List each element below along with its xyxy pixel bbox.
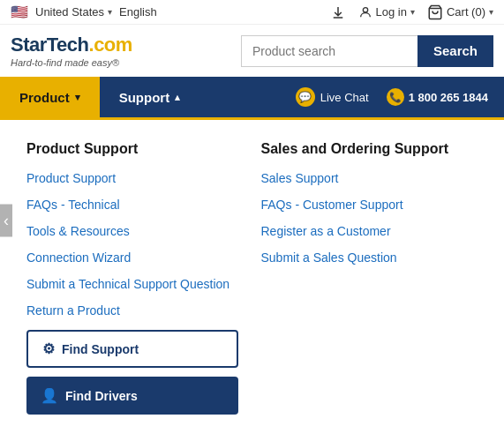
country-label: United States — [35, 5, 104, 19]
left-arrow-button[interactable]: ‹ — [0, 205, 12, 237]
product-chevron-icon: ▾ — [75, 92, 80, 103]
download-icon-link[interactable] — [330, 4, 346, 20]
link-submit-technical[interactable]: Submit a Technical Support Question — [26, 277, 244, 291]
logo-star: Star — [11, 34, 47, 56]
cart-chevron-icon: ▾ — [489, 7, 493, 17]
search-input[interactable] — [241, 35, 417, 67]
top-bar: 🇺🇸 United States ▾ English Log in ▾ Cart… — [0, 0, 504, 25]
phone-icon: 📞 — [387, 88, 404, 106]
language-selector[interactable]: English — [119, 5, 157, 19]
link-submit-sales[interactable]: Submit a Sales Question — [261, 250, 478, 265]
nav-right: 💬 Live Chat 📞 1 800 265 1844 — [285, 77, 504, 117]
logo-area[interactable]: StarTech.com Hard-to-find made easy® — [11, 34, 132, 68]
live-chat-button[interactable]: 💬 Live Chat — [285, 87, 380, 107]
support-chevron-icon: ▴ — [175, 92, 180, 103]
find-support-icon: ⚙ — [42, 340, 55, 357]
find-drivers-icon: 👤 — [41, 387, 58, 404]
sales-support-heading: Sales and Ordering Support — [261, 141, 478, 157]
product-support-heading: Product Support — [26, 141, 244, 157]
find-drivers-button[interactable]: 👤 Find Drivers — [26, 377, 238, 415]
phone-number: 1 800 265 1844 — [409, 91, 488, 104]
live-chat-label: Live Chat — [320, 91, 369, 104]
top-bar-right: Log in ▾ Cart (0) ▾ — [330, 4, 493, 20]
logo: StarTech.com — [11, 34, 132, 56]
chat-bubble-icon: 💬 — [296, 87, 315, 107]
link-faqs-customer[interactable]: FAQs - Customer Support — [261, 198, 478, 212]
language-label: English — [119, 5, 157, 19]
login-chevron-icon: ▾ — [410, 7, 415, 17]
link-faqs-technical[interactable]: FAQs - Technical — [26, 198, 244, 212]
search-bar: Search — [241, 35, 493, 67]
svg-point-0 — [363, 7, 367, 11]
product-support-col: Product Support Product Support FAQs - T… — [18, 141, 252, 415]
link-connection-wizard[interactable]: Connection Wizard — [26, 250, 244, 265]
link-sales-support[interactable]: Sales Support — [261, 171, 478, 185]
nav-bar: Product ▾ Support ▴ 💬 Live Chat 📞 1 800 … — [0, 77, 504, 117]
cart-icon — [427, 4, 443, 20]
login-link[interactable]: Log in ▾ — [358, 5, 415, 19]
search-button[interactable]: Search — [417, 35, 493, 67]
find-support-label: Find Support — [62, 342, 139, 356]
login-label: Log in — [376, 5, 407, 19]
find-drivers-label: Find Drivers — [65, 389, 138, 403]
tagline: Hard-to-find made easy® — [11, 57, 132, 68]
country-chevron-icon: ▾ — [108, 7, 112, 17]
sales-support-col: Sales and Ordering Support Sales Support… — [252, 141, 487, 415]
link-return-product[interactable]: Return a Product — [26, 303, 244, 318]
link-register-customer[interactable]: Register as a Customer — [261, 224, 478, 238]
nav-support[interactable]: Support ▴ — [100, 77, 200, 117]
cart-link[interactable]: Cart (0) ▾ — [427, 4, 493, 20]
header: StarTech.com Hard-to-find made easy® Sea… — [0, 25, 504, 77]
nav-support-label: Support — [119, 90, 170, 105]
top-bar-left: 🇺🇸 United States ▾ English — [11, 4, 157, 20]
download-icon — [330, 4, 346, 20]
nav-product-label: Product — [19, 90, 70, 105]
dropdown-content: Product Support Product Support FAQs - T… — [0, 117, 504, 441]
link-product-support[interactable]: Product Support — [26, 171, 244, 185]
phone-link[interactable]: 📞 1 800 265 1844 — [380, 88, 495, 106]
cart-label: Cart (0) — [447, 5, 485, 19]
logo-com: .com — [89, 34, 132, 56]
user-icon — [358, 5, 372, 19]
us-flag-icon: 🇺🇸 — [11, 4, 28, 20]
link-tools-resources[interactable]: Tools & Resources — [26, 224, 244, 238]
find-support-button[interactable]: ⚙ Find Support — [26, 330, 238, 368]
nav-product[interactable]: Product ▾ — [0, 77, 100, 117]
country-selector[interactable]: United States ▾ — [35, 5, 112, 19]
